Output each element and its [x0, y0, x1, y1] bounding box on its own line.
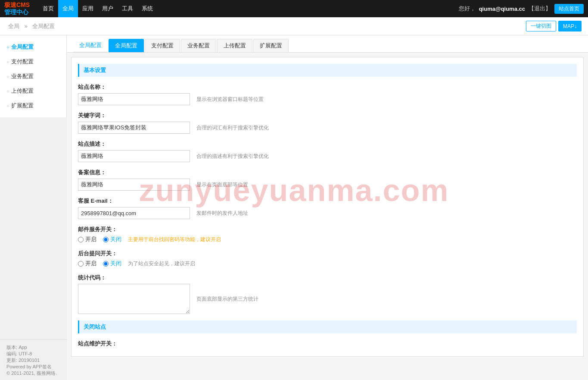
site-name-input[interactable]: [78, 93, 190, 105]
maintenance-group: 站点维护开关：: [78, 340, 577, 348]
main-content: 全局配置 全局配置 支付配置 业务配置 上传配置 扩展配置 基本设置 站点名称：…: [67, 35, 588, 380]
header: 极速CMS 管理中心 首页 全局 应用 用户 工具 系统 您好， qiuma@q…: [0, 0, 588, 17]
username-text: qiuma@qiuma.cc: [479, 6, 525, 12]
email-hint: 发邮件时的发件人地址: [196, 210, 248, 217]
one-click-switch-button[interactable]: 一键切图: [526, 21, 556, 31]
email-row: 发邮件时的发件人地址: [78, 207, 577, 219]
breadcrumb-current: 全局配置: [32, 23, 55, 29]
breadcrumb-root[interactable]: 全局: [8, 23, 19, 29]
encoding-value: UTF-8: [19, 351, 32, 356]
sidebar-item-upload-config[interactable]: 上传配置: [0, 84, 66, 98]
sidebar-footer: 版本: App 编码: UTF-8 更新: 20190101 Powered b…: [0, 339, 67, 380]
nav-tools[interactable]: 工具: [118, 0, 137, 17]
stats-code-hint: 页面底部显示的第三方统计: [196, 295, 258, 303]
sidebar: 全局配置 支付配置 业务配置 上传配置 扩展配置: [0, 35, 67, 117]
mail-service-hint: 主要用于前台找回密码等功能，建议开启: [128, 236, 221, 243]
beian-input[interactable]: [78, 179, 190, 191]
logout-link[interactable]: 【退出】: [529, 5, 551, 13]
keywords-hint: 合理的词汇有利于搜索引擎优化: [196, 124, 269, 132]
breadcrumb-actions: 一键切图 MAP↓: [526, 21, 582, 31]
stats-code-label: 统计代码：: [78, 274, 577, 282]
breadcrumb-separator: »: [25, 23, 28, 29]
email-group: 客服 E-mail： 发邮件时的发件人地址: [78, 197, 577, 219]
tab-global-config-link[interactable]: 全局配置: [73, 39, 108, 52]
backend-ask-off-label: 关闭: [110, 260, 121, 267]
tab-upload-config[interactable]: 上传配置: [217, 39, 252, 52]
header-nav: 首页 全局 应用 用户 工具 系统: [38, 0, 157, 17]
description-label: 站点描述：: [78, 140, 577, 148]
version-label: 版本:: [6, 345, 17, 350]
tab-global-config[interactable]: 全局配置: [109, 39, 144, 52]
logo-line1: 极速CMS: [4, 1, 30, 9]
logo: 极速CMS 管理中心: [4, 1, 30, 16]
sidebar-wrapper: 全局配置 支付配置 业务配置 上传配置 扩展配置 版本: App 编码: UTF…: [0, 35, 67, 380]
content-area: 基本设置 站点名称： 显示在浏览器窗口标题等位置 关键字词： 合理的词汇有利于搜…: [71, 57, 584, 357]
nav-users[interactable]: 用户: [98, 0, 118, 17]
backend-ask-on-radio[interactable]: [78, 261, 84, 267]
backend-ask-off-radio[interactable]: [103, 261, 109, 267]
tab-extend-config[interactable]: 扩展配置: [253, 39, 289, 52]
sidebar-item-global-config[interactable]: 全局配置: [0, 40, 66, 54]
description-hint: 合理的描述有利于搜索引擎优化: [196, 153, 269, 160]
email-input[interactable]: [78, 207, 190, 219]
backend-ask-group: 后台提问开关： 开启 关闭 为了站点安全起见，建议开启: [78, 250, 577, 267]
sidebar-item-payment-config[interactable]: 支付配置: [0, 54, 66, 69]
header-right: 您好， qiuma@qiuma.cc 【退出】 站点首页: [459, 4, 584, 14]
site-name-row: 显示在浏览器窗口标题等位置: [78, 93, 577, 105]
description-row: 合理的描述有利于搜索引擎优化: [78, 150, 577, 162]
greeting-text: 您好，: [459, 5, 476, 13]
sidebar-item-business-config[interactable]: 业务配置: [0, 69, 66, 84]
beian-group: 备案信息： 显示在页面底部等位置: [78, 169, 577, 191]
backend-ask-on-label: 开启: [85, 260, 96, 267]
powered-by-text: Powered by APP签名: [6, 364, 60, 370]
beian-label: 备案信息：: [78, 169, 577, 176]
breadcrumb-bar: 全局 » 全局配置 一键切图 MAP↓: [0, 17, 588, 35]
email-label: 客服 E-mail：: [78, 197, 577, 205]
tab-payment-config[interactable]: 支付配置: [145, 39, 180, 52]
logo-line2: 管理中心: [4, 9, 30, 16]
breadcrumb: 全局 » 全局配置: [6, 22, 56, 30]
nav-apps[interactable]: 应用: [78, 0, 98, 17]
site-name-group: 站点名称： 显示在浏览器窗口标题等位置: [78, 83, 577, 105]
keywords-label: 关键字词：: [78, 112, 577, 119]
description-group: 站点描述： 合理的描述有利于搜索引擎优化: [78, 140, 577, 162]
mail-service-radio-group: 开启 关闭: [78, 236, 121, 243]
backend-ask-on[interactable]: 开启: [78, 260, 96, 267]
mail-service-off-radio[interactable]: [103, 237, 109, 242]
mail-service-on-radio[interactable]: [78, 237, 84, 242]
description-input[interactable]: [78, 150, 190, 162]
tab-business-config[interactable]: 业务配置: [181, 39, 216, 52]
maintenance-label: 站点维护开关：: [78, 340, 577, 348]
keywords-input[interactable]: [78, 122, 190, 134]
copyright-text: © 2011-2021, 薇推网络.: [6, 370, 60, 377]
site-name-label: 站点名称：: [78, 83, 577, 91]
stats-code-textarea[interactable]: [78, 284, 190, 314]
close-site-header: 关闭站点: [78, 320, 577, 333]
backend-ask-hint: 为了站点安全起见，建议开启: [128, 260, 195, 267]
beian-hint: 显示在页面底部等位置: [196, 181, 248, 188]
keywords-group: 关键字词： 合理的词汇有利于搜索引擎优化: [78, 112, 577, 134]
mail-service-on[interactable]: 开启: [78, 236, 96, 243]
version-value: App: [19, 345, 27, 350]
sidebar-item-extend-config[interactable]: 扩展配置: [0, 98, 66, 113]
update-value: 20190101: [19, 358, 40, 363]
mail-service-row: 开启 关闭 主要用于前台找回密码等功能，建议开启: [78, 236, 577, 243]
nav-home[interactable]: 首页: [38, 0, 58, 17]
backend-ask-radio-group: 开启 关闭: [78, 260, 121, 267]
basic-settings-header: 基本设置: [78, 64, 577, 77]
mail-service-off-label: 关闭: [110, 236, 121, 243]
mail-service-label: 邮件服务开关：: [78, 226, 577, 233]
map-button[interactable]: MAP↓: [558, 21, 582, 31]
beian-row: 显示在页面底部等位置: [78, 179, 577, 191]
mail-service-off[interactable]: 关闭: [103, 236, 121, 243]
stats-code-group: 统计代码： 页面底部显示的第三方统计: [78, 274, 577, 314]
nav-global[interactable]: 全局: [58, 0, 78, 17]
tab-bar: 全局配置 全局配置 支付配置 业务配置 上传配置 扩展配置: [67, 35, 588, 53]
site-home-button[interactable]: 站点首页: [554, 4, 584, 14]
backend-ask-row: 开启 关闭 为了站点安全起见，建议开启: [78, 260, 577, 267]
nav-system[interactable]: 系统: [137, 0, 157, 17]
stats-code-row: 页面底部显示的第三方统计: [78, 284, 577, 314]
site-name-hint: 显示在浏览器窗口标题等位置: [196, 96, 264, 103]
backend-ask-off[interactable]: 关闭: [103, 260, 121, 267]
encoding-label: 编码:: [6, 351, 17, 356]
